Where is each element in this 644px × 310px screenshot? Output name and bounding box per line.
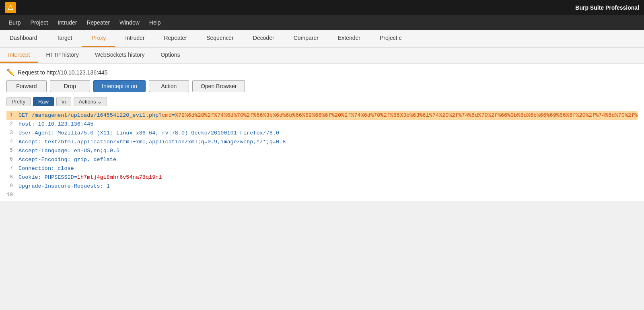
- request-line-1: 1 GET /management/uploads/1645541220_evi…: [6, 111, 638, 120]
- sub-tab-bar: Intercept HTTP history WebSockets histor…: [0, 48, 644, 64]
- view-controls: Pretty Raw \n Actions ⌄: [6, 97, 638, 106]
- line-content-7: Connection: close: [19, 164, 74, 173]
- menu-project[interactable]: Project: [26, 17, 53, 28]
- chevron-down-icon: ⌄: [97, 99, 102, 105]
- line-number-4: 4: [6, 138, 19, 147]
- actions-label: Actions: [79, 99, 96, 105]
- app-icon: [5, 2, 16, 13]
- tab-repeater[interactable]: Repeater: [154, 30, 197, 47]
- line-content-2: Host: 10.10.123.136:445: [19, 120, 93, 129]
- tab-sequencer[interactable]: Sequencer: [197, 30, 243, 47]
- request-line-8: 8 Cookie: PHPSESSID=1h7mtj4gi8mhr6v54na7…: [6, 173, 638, 182]
- request-line-10: 10: [6, 191, 638, 200]
- request-content: 1 GET /management/uploads/1645541220_evi…: [6, 110, 638, 201]
- request-url: Request to http://10.10.123.136:445: [18, 69, 107, 76]
- request-line-5: 5 Accept-Language: en-US,en;q=0.5: [6, 147, 638, 155]
- menu-burp[interactable]: Burp: [4, 17, 26, 28]
- title-bar: Burp Suite Professional: [0, 0, 644, 15]
- actions-dropdown-button[interactable]: Actions ⌄: [74, 97, 107, 106]
- tab-comparer[interactable]: Comparer: [284, 30, 328, 47]
- line-content-6: Accept-Encoding: gzip, deflate: [19, 155, 116, 164]
- subtab-intercept[interactable]: Intercept: [0, 48, 38, 63]
- content-area: ✏️ Request to http://10.10.123.136:445 F…: [0, 64, 644, 201]
- intercept-toggle-button[interactable]: Intercept is on: [93, 80, 146, 92]
- edit-icon: ✏️: [6, 68, 14, 76]
- line-number-2: 2: [6, 120, 19, 129]
- request-line-2: 2 Host: 10.10.123.136:445: [6, 120, 638, 129]
- menu-bar: Burp Project Intruder Repeater Window He…: [0, 15, 644, 30]
- tab-extender[interactable]: Extender: [328, 30, 370, 47]
- drop-button[interactable]: Drop: [50, 80, 90, 92]
- line-content-3: User-Agent: Mozilla/5.0 (X11; Linux x86_…: [19, 129, 279, 138]
- line-number-8: 8: [6, 173, 19, 182]
- subtab-websockets-history[interactable]: WebSockets history: [87, 48, 152, 63]
- line-number-5: 5: [6, 147, 19, 155]
- tab-decoder[interactable]: Decoder: [243, 30, 284, 47]
- request-line-3: 3 User-Agent: Mozilla/5.0 (X11; Linux x8…: [6, 129, 638, 138]
- open-browser-button[interactable]: Open Browser: [192, 80, 245, 92]
- action-button[interactable]: Action: [149, 80, 189, 92]
- line-content-1: GET /management/uploads/1645541220_evil.…: [19, 111, 638, 120]
- request-line-7: 7 Connection: close: [6, 164, 638, 173]
- menu-intruder[interactable]: Intruder: [53, 17, 82, 28]
- tab-intruder[interactable]: Intruder: [115, 30, 154, 47]
- line-content-4: Accept: text/html,application/xhtml+xml,…: [19, 138, 286, 147]
- menu-repeater[interactable]: Repeater: [82, 17, 115, 28]
- line-content-9: Upgrade-Insecure-Requests: 1: [19, 182, 110, 191]
- subtab-options[interactable]: Options: [152, 48, 188, 63]
- menu-help[interactable]: Help: [144, 17, 166, 28]
- raw-button[interactable]: Raw: [33, 97, 54, 106]
- tab-proxy[interactable]: Proxy: [82, 30, 115, 47]
- line-number-9: 9: [6, 182, 19, 191]
- request-line-4: 4 Accept: text/html,application/xhtml+xm…: [6, 138, 638, 147]
- main-tab-bar: Dashboard Target Proxy Intruder Repeater…: [0, 30, 644, 48]
- tab-project-options[interactable]: Project c: [370, 30, 411, 47]
- request-line-9: 9 Upgrade-Insecure-Requests: 1: [6, 182, 638, 191]
- line-content-5: Accept-Language: en-US,en;q=0.5: [19, 147, 119, 155]
- line-number-1: 1: [6, 111, 19, 120]
- line-number-10: 10: [6, 191, 19, 200]
- ln-button[interactable]: \n: [56, 97, 71, 106]
- action-buttons-row: Forward Drop Intercept is on Action Open…: [6, 80, 638, 92]
- line-number-3: 3: [6, 129, 19, 138]
- line-number-7: 7: [6, 164, 19, 173]
- request-info: ✏️ Request to http://10.10.123.136:445: [6, 68, 638, 76]
- tab-dashboard[interactable]: Dashboard: [0, 30, 47, 47]
- line-number-6: 6: [6, 155, 19, 164]
- subtab-http-history[interactable]: HTTP history: [38, 48, 86, 63]
- forward-button[interactable]: Forward: [6, 80, 47, 92]
- tab-target[interactable]: Target: [47, 30, 82, 47]
- app-title: Burp Suite Professional: [575, 4, 639, 11]
- menu-window[interactable]: Window: [115, 17, 144, 28]
- line-content-8: Cookie: PHPSESSID=1h7mtj4gi8mhr6v54na78q…: [19, 173, 162, 182]
- pretty-button[interactable]: Pretty: [6, 97, 31, 106]
- request-line-6: 6 Accept-Encoding: gzip, deflate: [6, 155, 638, 164]
